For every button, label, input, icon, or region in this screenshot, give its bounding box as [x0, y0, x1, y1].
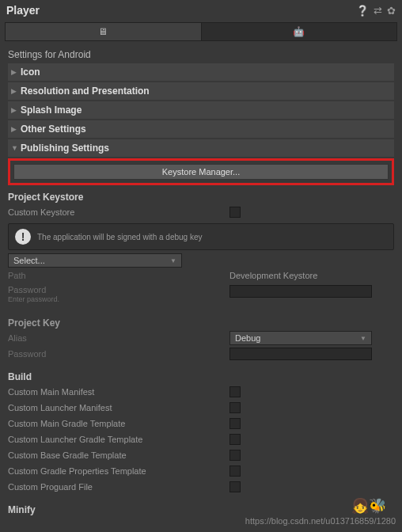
build-item-label: Custom Base Gradle Template — [8, 450, 229, 460]
alias-dropdown[interactable]: Debug ▼ — [229, 331, 372, 345]
help-icon[interactable]: ❔ — [356, 5, 369, 17]
build-item-row: Custom Base Gradle Template — [8, 447, 394, 463]
tab-standalone[interactable]: 🖥 — [6, 23, 202, 40]
keystore-password-row: Password Enter password. — [8, 283, 394, 308]
keystore-select-dropdown[interactable]: Select... ▼ — [8, 253, 182, 268]
password-hint: Enter password. — [8, 295, 229, 303]
chevron-down-icon: ▼ — [11, 144, 21, 152]
project-keystore-title: Project Keystore — [8, 190, 394, 204]
chevron-right-icon: ▶ — [11, 87, 21, 95]
build-item-checkbox[interactable] — [229, 418, 241, 429]
panel-title: Player — [6, 4, 40, 17]
minify-title: Minify — [8, 503, 394, 517]
section-title: Resolution and Presentation — [21, 86, 150, 97]
build-item-checkbox[interactable] — [229, 450, 241, 461]
build-item-checkbox[interactable] — [229, 466, 241, 477]
chevron-down-icon: ▼ — [360, 335, 366, 342]
build-item-label: Custom Gradle Properties Template — [8, 466, 229, 476]
build-list: Custom Main ManifestCustom Launcher Mani… — [8, 384, 394, 495]
section-title: Icon — [21, 66, 40, 78]
section-other[interactable]: ▶ Other Settings — [8, 120, 394, 138]
project-key-title: Project Key — [8, 316, 394, 330]
keystore-password-input[interactable] — [229, 285, 372, 298]
build-item-row: Custom Main Manifest — [8, 384, 394, 400]
alias-label: Alias — [8, 333, 229, 343]
tab-android[interactable]: 🤖 — [202, 23, 397, 40]
section-resolution[interactable]: ▶ Resolution and Presentation — [8, 82, 394, 100]
build-item-row: Custom Main Gradle Template — [8, 416, 394, 431]
build-item-checkbox[interactable] — [229, 402, 241, 413]
custom-keystore-checkbox[interactable] — [229, 207, 241, 218]
platform-tabs: 🖥 🤖 — [5, 22, 397, 41]
build-item-row: Custom Launcher Manifest — [8, 400, 394, 416]
build-item-row: Custom Proguard File — [8, 479, 394, 495]
alias-row: Alias Debug ▼ — [8, 330, 394, 346]
chevron-down-icon: ▼ — [170, 257, 176, 264]
section-publishing[interactable]: ▼ Publishing Settings — [8, 139, 394, 157]
path-label: Path — [8, 271, 229, 280]
section-title: Publishing Settings — [21, 142, 109, 154]
settings-icon[interactable]: ✿ — [387, 5, 396, 17]
build-item-label: Custom Launcher Gradle Template — [8, 435, 229, 444]
build-title: Build — [8, 370, 394, 384]
keystore-manager-button[interactable]: Keystore Manager... — [13, 164, 389, 180]
header-icons: ❔ ⇄ ✿ — [356, 5, 396, 17]
key-password-row: Password — [8, 346, 394, 362]
build-item-label: Custom Main Gradle Template — [8, 419, 229, 428]
build-item-checkbox[interactable] — [229, 434, 241, 445]
settings-for-label: Settings for Android — [8, 46, 394, 63]
chevron-right-icon: ▶ — [11, 68, 21, 76]
info-text: The application will be signed with a de… — [37, 233, 202, 241]
presets-icon[interactable]: ⇄ — [374, 5, 382, 17]
build-item-label: Custom Proguard File — [8, 482, 229, 492]
chevron-right-icon: ▶ — [11, 106, 21, 114]
section-icon[interactable]: ▶ Icon — [8, 63, 394, 81]
monitor-icon: 🖥 — [98, 26, 108, 37]
avatar-watermark: 👧🐝 — [351, 497, 386, 515]
content-area: Settings for Android ▶ Icon ▶ Resolution… — [0, 43, 402, 520]
android-icon: 🤖 — [293, 26, 305, 37]
dropdown-label: Select... — [13, 256, 45, 265]
key-password-input[interactable] — [229, 348, 372, 360]
build-item-row: Custom Launcher Gradle Template — [8, 431, 394, 447]
path-value: Development Keystore — [229, 271, 317, 280]
build-item-checkbox[interactable] — [229, 386, 241, 397]
custom-keystore-label: Custom Keystore — [8, 207, 229, 217]
section-title: Splash Image — [21, 104, 82, 116]
password-label: Password Enter password. — [8, 285, 229, 303]
build-item-label: Custom Main Manifest — [8, 387, 229, 397]
build-item-label: Custom Launcher Manifest — [8, 403, 229, 412]
highlight-annotation: Keystore Manager... — [8, 158, 394, 185]
dropdown-value: Debug — [235, 333, 260, 343]
info-box: ! The application will be signed with a … — [8, 223, 394, 250]
chevron-right-icon: ▶ — [11, 125, 21, 133]
section-splash[interactable]: ▶ Splash Image — [8, 101, 394, 119]
url-watermark: https://blog.csdn.net/u013716859/1280 — [245, 516, 396, 526]
build-item-row: Custom Gradle Properties Template — [8, 463, 394, 479]
build-item-checkbox[interactable] — [229, 481, 241, 492]
info-icon: ! — [15, 229, 31, 245]
custom-keystore-row: Custom Keystore — [8, 204, 394, 220]
panel-header: Player ❔ ⇄ ✿ — [0, 0, 402, 21]
key-password-label: Password — [8, 349, 229, 359]
section-title: Other Settings — [21, 124, 86, 135]
path-row: Path Development Keystore — [8, 268, 394, 283]
